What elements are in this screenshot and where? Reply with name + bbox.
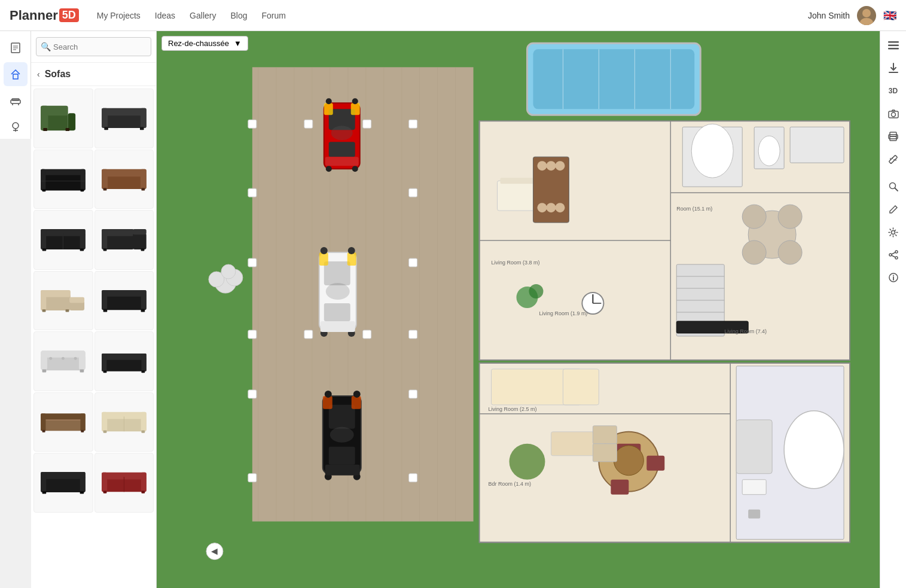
svg-point-67 bbox=[50, 357, 53, 360]
svg-point-253 bbox=[896, 136, 897, 137]
furniture-button[interactable] bbox=[4, 89, 28, 112]
svg-point-216 bbox=[325, 391, 332, 398]
logo[interactable]: Planner 5D bbox=[10, 8, 79, 23]
sofa-item-10[interactable] bbox=[94, 331, 154, 391]
back-arrow-icon[interactable]: ‹ bbox=[37, 69, 40, 79]
svg-point-185 bbox=[784, 411, 844, 489]
svg-point-249 bbox=[891, 112, 895, 117]
svg-rect-106 bbox=[252, 67, 474, 521]
level-dropdown-icon: ▼ bbox=[234, 39, 242, 48]
svg-rect-49 bbox=[141, 249, 144, 251]
ruler-button[interactable] bbox=[883, 148, 904, 170]
nav-gallery[interactable]: Gallery bbox=[190, 11, 216, 20]
search-input[interactable] bbox=[36, 37, 151, 56]
svg-rect-227 bbox=[409, 188, 417, 197]
share-button[interactable] bbox=[883, 244, 904, 266]
svg-point-0 bbox=[862, 9, 871, 17]
user-name: John Smith bbox=[808, 11, 850, 20]
svg-rect-150 bbox=[790, 127, 844, 163]
nav-ideas[interactable]: Ideas bbox=[155, 11, 175, 20]
svg-rect-59 bbox=[102, 290, 107, 310]
sofa-item-8[interactable] bbox=[94, 271, 154, 331]
avatar[interactable] bbox=[857, 6, 876, 25]
svg-rect-213 bbox=[329, 447, 355, 465]
svg-rect-65 bbox=[41, 351, 47, 370]
zoom-search-button[interactable] bbox=[883, 176, 904, 197]
svg-point-221 bbox=[330, 427, 354, 443]
svg-rect-27 bbox=[42, 189, 46, 191]
3d-button[interactable]: 3D bbox=[883, 80, 904, 102]
svg-rect-55 bbox=[42, 309, 46, 312]
nav-blog[interactable]: Blog bbox=[230, 11, 247, 20]
level-selector[interactable]: Rez-de-chaussée ▼ bbox=[161, 36, 248, 51]
svg-rect-225 bbox=[409, 120, 417, 128]
print-button[interactable] bbox=[883, 126, 904, 147]
svg-rect-28 bbox=[81, 189, 84, 191]
svg-point-69 bbox=[74, 357, 77, 360]
category-title: Sofas bbox=[45, 69, 71, 80]
category-header[interactable]: ‹ Sofas bbox=[31, 63, 156, 86]
sofa-item-5[interactable] bbox=[33, 210, 93, 270]
menu-button[interactable] bbox=[883, 35, 904, 56]
svg-text:Living Room (1.9 m): Living Room (1.9 m) bbox=[539, 310, 587, 316]
nav-forum[interactable]: Forum bbox=[261, 11, 285, 20]
svg-rect-75 bbox=[141, 354, 146, 371]
svg-line-260 bbox=[895, 188, 898, 191]
svg-point-152 bbox=[742, 205, 766, 229]
canvas-area[interactable]: Living Room (3.8 m) Room (15.1 m) Living… bbox=[157, 31, 880, 588]
new-project-button[interactable] bbox=[4, 36, 28, 60]
svg-point-241 bbox=[221, 264, 236, 279]
outdoor-button[interactable] bbox=[4, 115, 28, 139]
svg-rect-198 bbox=[325, 157, 359, 166]
sofa-item-6[interactable] bbox=[94, 210, 154, 270]
svg-rect-88 bbox=[141, 412, 146, 431]
svg-rect-46 bbox=[133, 233, 146, 249]
info-button[interactable] bbox=[883, 267, 904, 288]
svg-rect-19 bbox=[102, 108, 108, 128]
sofa-item-12[interactable] bbox=[94, 392, 154, 452]
svg-point-153 bbox=[778, 205, 802, 229]
sofa-item-2[interactable] bbox=[94, 89, 154, 148]
svg-rect-18 bbox=[102, 108, 147, 115]
sofa-item-11[interactable] bbox=[33, 392, 93, 452]
svg-line-266 bbox=[892, 255, 895, 257]
sofa-item-9[interactable] bbox=[33, 331, 93, 391]
svg-rect-83 bbox=[42, 430, 45, 432]
nav-my-projects[interactable]: My Projects bbox=[97, 11, 141, 20]
svg-rect-41 bbox=[80, 249, 84, 251]
svg-rect-38 bbox=[41, 229, 46, 249]
svg-text:Room (15.1 m): Room (15.1 m) bbox=[676, 206, 712, 212]
svg-rect-74 bbox=[102, 354, 106, 371]
home-button[interactable] bbox=[4, 62, 28, 86]
camera-button[interactable] bbox=[883, 103, 904, 124]
svg-rect-21 bbox=[104, 127, 108, 130]
svg-rect-226 bbox=[248, 188, 257, 197]
sofa-item-7[interactable] bbox=[33, 271, 93, 331]
edit-button[interactable] bbox=[883, 199, 904, 220]
download-button[interactable] bbox=[883, 57, 904, 79]
svg-rect-71 bbox=[80, 370, 84, 373]
svg-point-262 bbox=[895, 251, 898, 253]
svg-point-155 bbox=[778, 240, 802, 264]
svg-rect-39 bbox=[80, 229, 86, 249]
svg-rect-82 bbox=[81, 413, 86, 431]
svg-rect-76 bbox=[103, 370, 106, 373]
svg-rect-192 bbox=[324, 103, 333, 115]
settings-button[interactable] bbox=[883, 221, 904, 243]
svg-point-199 bbox=[331, 126, 353, 140]
sofa-item-1[interactable] bbox=[33, 89, 93, 148]
svg-rect-212 bbox=[329, 405, 355, 429]
svg-rect-246 bbox=[888, 48, 899, 50]
svg-rect-80 bbox=[41, 413, 86, 419]
svg-rect-87 bbox=[102, 412, 107, 431]
svg-point-142 bbox=[537, 203, 547, 212]
svg-point-195 bbox=[352, 98, 358, 104]
svg-rect-224 bbox=[363, 120, 371, 128]
svg-point-206 bbox=[348, 247, 355, 254]
sofa-item-4[interactable] bbox=[94, 150, 154, 209]
sofa-item-14[interactable] bbox=[94, 453, 154, 513]
svg-rect-233 bbox=[409, 330, 417, 339]
level-label: Rez-de-chaussée bbox=[168, 39, 229, 48]
sofa-item-13[interactable] bbox=[33, 453, 93, 513]
sofa-item-3[interactable] bbox=[33, 150, 93, 209]
